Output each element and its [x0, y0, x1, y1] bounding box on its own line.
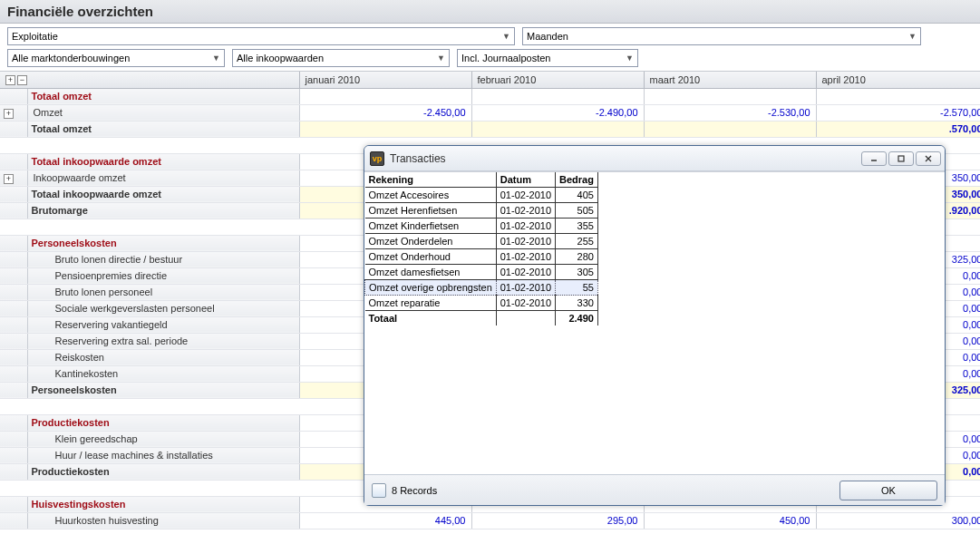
tx-row[interactable]: Omzet reparatie01-02-2010330 — [365, 296, 598, 311]
cell-value[interactable]: 300,00 — [816, 512, 980, 529]
tx-rekening: Omzet Herenfietsen — [365, 203, 497, 219]
row-label: Bruto lonen directie / bestuur — [27, 251, 299, 267]
minimize-button[interactable] — [861, 151, 887, 166]
filter-markt[interactable]: Alle marktonderbouwingen ▼ — [7, 49, 225, 67]
row-label: Personeelskosten — [27, 235, 299, 251]
cell-value[interactable]: -2.490,00 — [471, 104, 644, 121]
tx-datum: 01-02-2010 — [496, 265, 555, 280]
tx-datum: 01-02-2010 — [496, 203, 555, 219]
dialog-statusbar: 8 Records OK — [364, 474, 945, 505]
tx-row[interactable]: Omzet overige opbrengsten01-02-201055 — [365, 280, 598, 296]
row-label: Productiekosten — [27, 463, 299, 480]
cell-value[interactable] — [644, 121, 816, 137]
dialog-titlebar[interactable]: vp Transacties — [364, 146, 945, 171]
cell-value — [471, 88, 644, 104]
grid-row[interactable]: Huurkosten huisvesting445,00295,00450,00… — [0, 512, 980, 529]
ok-button-label: OK — [881, 485, 896, 496]
row-label: Reservering extra sal. periode — [27, 333, 299, 349]
cell-value[interactable]: -2.530,00 — [644, 104, 816, 121]
filter-journaal[interactable]: Incl. Journaalposten ▼ — [457, 49, 638, 67]
row-label: Reservering vakantiegeld — [27, 316, 299, 333]
filter-exploitatie[interactable]: Exploitatie ▼ — [7, 27, 515, 45]
row-label: Klein gereedschap — [27, 431, 299, 447]
tx-rekening: Omzet damesfietsen — [365, 265, 497, 280]
grid-row[interactable]: Totaal omzet — [0, 88, 980, 104]
filter-inkoop-value: Alle inkoopwaarden — [237, 53, 324, 63]
row-label: Huisvestingskosten — [27, 496, 299, 512]
tx-total-value: 2.490 — [556, 311, 598, 326]
tx-col-bedrag[interactable]: Bedrag — [556, 172, 598, 188]
expand-icon[interactable]: + — [4, 109, 14, 119]
cell-value[interactable]: .570,00 — [816, 121, 980, 137]
tx-rekening: Omzet Onderhoud — [365, 249, 497, 265]
col-header[interactable]: januari 2010 — [299, 72, 471, 88]
row-label: Personeelskosten — [27, 382, 299, 398]
filter-maanden[interactable]: Maanden ▼ — [522, 27, 921, 45]
expand-all-icon[interactable]: + — [5, 75, 15, 85]
expand-icon[interactable]: + — [4, 174, 14, 184]
ok-button[interactable]: OK — [839, 481, 937, 500]
chevron-down-icon: ▼ — [209, 53, 220, 63]
tx-rekening: Omzet overige opbrengsten — [365, 280, 497, 296]
tx-bedrag: 505 — [556, 203, 598, 219]
row-label: Brutomarge — [27, 202, 299, 219]
chevron-down-icon: ▼ — [622, 53, 634, 63]
tx-datum: 01-02-2010 — [496, 296, 555, 311]
dialog-title: Transacties — [390, 152, 859, 165]
close-button[interactable] — [916, 151, 941, 166]
dialog-body: Rekening Datum Bedrag Omzet Accesoires01… — [364, 171, 945, 474]
tx-bedrag: 255 — [556, 234, 598, 249]
row-label: Totaal omzet — [27, 121, 299, 137]
cell-value — [816, 88, 980, 104]
tx-bedrag: 355 — [556, 219, 598, 234]
tx-total-label: Totaal — [365, 311, 497, 326]
cell-value[interactable] — [299, 121, 471, 137]
filter-inkoop[interactable]: Alle inkoopwaarden ▼ — [232, 49, 450, 67]
tx-datum: 01-02-2010 — [496, 234, 555, 249]
cell-value[interactable]: -2.450,00 — [299, 104, 471, 121]
row-label: Huurkosten huisvesting — [27, 512, 299, 529]
tx-bedrag: 55 — [556, 280, 598, 296]
tx-col-datum[interactable]: Datum — [496, 172, 555, 188]
tx-datum: 01-02-2010 — [496, 219, 555, 234]
filter-exploitatie-value: Exploitatie — [12, 31, 58, 42]
filter-maanden-value: Maanden — [527, 31, 568, 42]
collapse-all-icon[interactable]: − — [17, 75, 27, 85]
row-label: Huur / lease machines & installaties — [27, 447, 299, 463]
cell-value[interactable] — [471, 121, 644, 137]
maximize-button[interactable] — [888, 151, 914, 166]
row-label: Bruto lonen personeel — [27, 284, 299, 300]
tx-row[interactable]: Omzet Onderdelen01-02-2010255 — [365, 234, 598, 249]
cell-value[interactable]: -2.570,00 — [816, 104, 980, 121]
tx-col-rekening[interactable]: Rekening — [365, 172, 497, 188]
col-header[interactable]: maart 2010 — [644, 72, 816, 88]
col-header[interactable]: april 2010 — [816, 72, 980, 88]
tx-row[interactable]: Omzet damesfietsen01-02-2010305 — [365, 265, 598, 280]
row-label: Sociale werkgeverslasten personeel — [27, 300, 299, 316]
cell-value[interactable]: 450,00 — [644, 512, 816, 529]
records-text: 8 Records — [392, 485, 437, 496]
tx-row[interactable]: Omzet Accesoires01-02-2010405 — [365, 188, 598, 203]
cell-value[interactable]: 445,00 — [299, 512, 471, 529]
tx-row[interactable]: Omzet Onderhoud01-02-2010280 — [365, 249, 598, 265]
row-label: Reiskosten — [27, 349, 299, 365]
grid-row[interactable]: Totaal omzet.570,00 — [0, 121, 980, 137]
tx-row[interactable]: Omzet Herenfietsen01-02-2010505 — [365, 203, 598, 219]
cell-value — [299, 88, 471, 104]
tx-rekening: Omzet Accesoires — [365, 188, 497, 203]
chevron-down-icon: ▼ — [499, 32, 510, 41]
cell-value — [644, 88, 816, 104]
transacties-dialog: vp Transacties Rekening Datum Bedrag Omz… — [364, 145, 946, 506]
expand-header[interactable]: +− — [0, 72, 299, 88]
row-label: Totaal omzet — [27, 88, 299, 104]
chevron-down-icon: ▼ — [905, 32, 917, 41]
tx-row[interactable]: Omzet Kinderfietsen01-02-2010355 — [365, 219, 598, 234]
grid-row[interactable]: +Omzet-2.450,00-2.490,00-2.530,00-2.570,… — [0, 104, 980, 121]
tx-bedrag: 405 — [556, 188, 598, 203]
tx-bedrag: 305 — [556, 265, 598, 280]
transactions-table[interactable]: Rekening Datum Bedrag Omzet Accesoires01… — [364, 172, 598, 325]
records-icon — [372, 483, 386, 498]
col-header[interactable]: februari 2010 — [471, 72, 644, 88]
cell-value[interactable]: 295,00 — [471, 512, 644, 529]
tx-datum: 01-02-2010 — [496, 280, 555, 296]
